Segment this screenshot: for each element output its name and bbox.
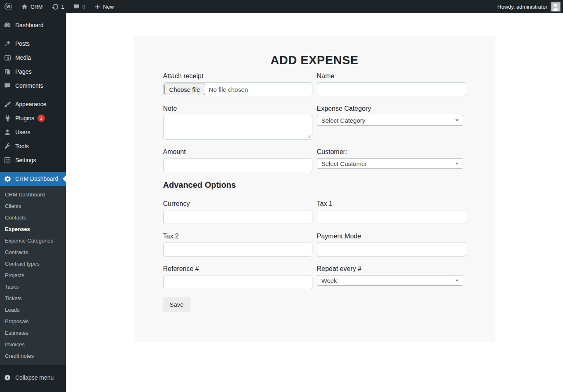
expense-category-select[interactable]: Select Category [317,115,463,126]
sidebar-item-label: Comments [15,82,43,89]
choose-file-button[interactable]: Choose file [164,84,205,95]
menu-separator [0,32,66,37]
wordpress-menu[interactable] [0,0,16,13]
sidebar-item-label: Posts [15,40,30,47]
sidebar-item-label: Plugins [15,115,34,121]
note-textarea[interactable] [163,115,312,140]
plugins-update-badge: 1 [38,114,45,122]
tax1-input[interactable] [317,210,466,224]
currency-label: Currency [163,200,312,208]
customer-field: Customer: Select Customer [317,148,466,169]
sidebar-item-label: CRM Dashboard [15,175,58,182]
save-button[interactable]: Save [163,297,190,312]
collapse-menu-button[interactable]: Collapse menu [0,371,66,385]
current-menu-arrow-icon [63,175,66,182]
sidebar-item-media[interactable]: Media [0,51,66,65]
collapse-arrow-icon [3,373,12,382]
expense-category-label: Expense Category [317,105,466,112]
admin-bar: CRM 1 0 New Howdy, administrator [0,0,563,13]
pages-icon [3,68,12,76]
submenu-item-credit-notes[interactable]: Credit notes [0,350,66,362]
crm-submenu: CRM Dashboard Clients Contacts Expenses … [0,186,66,365]
settings-icon [3,156,12,164]
admin-bar-updates[interactable]: 1 [47,0,69,13]
comment-bubble-icon [73,3,80,10]
site-name: CRM [30,4,43,10]
payment-mode-field: Payment Mode [317,232,466,257]
sidebar-item-pages[interactable]: Pages [0,65,66,79]
main-content: ADD EXPENSE Attach receipt Choose file N… [66,13,563,392]
tax1-field: Tax 1 [317,200,466,224]
sidebar-item-posts[interactable]: Posts [0,37,66,51]
submenu-item-expense-categories[interactable]: Expense Categories [0,235,66,246]
submenu-item-contacts[interactable]: Contacts [0,212,66,223]
admin-bar-site[interactable]: CRM [16,0,47,13]
sidebar-item-crm-dashboard[interactable]: CRM Dashboard [0,172,66,186]
submenu-item-crm-dashboard[interactable]: CRM Dashboard [0,189,66,200]
howdy-text[interactable]: Howdy, administrator [497,4,551,10]
name-label: Name [317,72,466,80]
dashboard-icon [3,21,12,29]
submenu-item-tickets[interactable]: Tickets [0,292,66,304]
submenu-item-contracts[interactable]: Contracts [0,246,66,258]
customer-select[interactable]: Select Customer [317,158,463,169]
wrench-icon [3,142,12,150]
submenu-item-leads[interactable]: Leads [0,304,66,315]
sidebar-item-dashboard[interactable]: Dashboard [0,18,66,32]
note-field: Note [163,105,312,140]
submenu-item-tasks[interactable]: Tasks [0,281,66,292]
collapse-menu-label: Collapse menu [15,374,54,381]
sidebar-item-label: Pages [15,68,32,75]
admin-bar-comments[interactable]: 0 [69,0,90,13]
customer-selected-value: Select Customer [321,160,367,167]
gear-icon [3,175,12,183]
plugin-icon [3,114,12,122]
sidebar-item-appearance[interactable]: Appearance [0,97,66,111]
amount-input[interactable] [163,158,312,172]
sidebar-item-label: Appearance [15,101,47,107]
tax2-label: Tax 2 [163,232,312,240]
user-avatar[interactable] [551,2,561,12]
repeat-every-select[interactable]: Week [317,275,463,286]
admin-bar-new[interactable]: New [90,0,118,13]
currency-input[interactable] [163,210,312,224]
name-input[interactable] [317,82,466,96]
updates-count: 1 [61,4,64,10]
submenu-item-proposals[interactable]: Proposals [0,315,66,327]
payment-mode-input[interactable] [317,243,466,257]
customer-label: Customer: [317,148,466,156]
attach-receipt-field: Attach receipt Choose file No file chose… [163,72,312,96]
new-label: New [103,4,114,10]
expense-category-selected-value: Select Category [321,117,366,124]
submenu-item-invoices[interactable]: Invoices [0,338,66,350]
sidebar-item-label: Users [15,129,30,135]
sidebar-item-settings[interactable]: Settings [0,153,66,167]
submenu-item-contract-types[interactable]: Contract types [0,258,66,269]
sidebar-item-label: Tools [15,143,29,149]
menu-separator [0,167,66,172]
media-icon [3,54,12,62]
wordpress-logo-icon [5,3,12,10]
amount-label: Amount [163,148,312,156]
sidebar-item-tools[interactable]: Tools [0,139,66,153]
sidebar-item-plugins[interactable]: Plugins 1 [0,111,66,125]
comments-count: 0 [82,4,85,10]
paintbrush-icon [3,100,12,108]
attach-receipt-label: Attach receipt [163,72,312,80]
submenu-item-expenses[interactable]: Expenses [0,223,66,235]
attach-receipt-file-input[interactable]: Choose file No file chosen [163,82,312,96]
admin-bar-left: CRM 1 0 New [0,0,118,13]
submenu-item-projects[interactable]: Projects [0,269,66,281]
note-label: Note [163,105,312,112]
submenu-item-clients[interactable]: Clients [0,200,66,212]
reference-input[interactable] [163,275,312,289]
expense-category-field: Expense Category Select Category [317,105,466,126]
pushpin-icon [3,40,12,48]
comment-icon [3,82,12,90]
sidebar-item-users[interactable]: Users [0,125,66,139]
tax2-input[interactable] [163,243,312,257]
dropdown-arrow-icon [455,119,459,121]
submenu-item-estimates[interactable]: Estimates [0,327,66,338]
sidebar-item-comments[interactable]: Comments [0,79,66,93]
page-title: ADD EXPENSE [163,54,466,67]
